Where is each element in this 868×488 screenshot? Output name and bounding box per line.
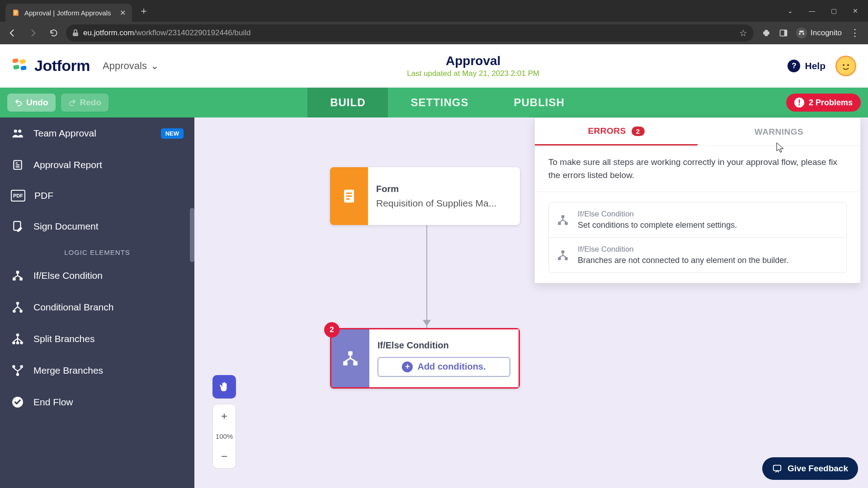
svg-rect-33 — [343, 361, 348, 366]
bookmark-star-icon[interactable]: ☆ — [739, 28, 747, 38]
problems-tab-warnings[interactable]: WARNINGS — [698, 118, 860, 145]
undo-label: Undo — [26, 98, 48, 108]
merge-icon — [11, 364, 24, 377]
help-button[interactable]: ? Help — [788, 60, 826, 72]
svg-point-20 — [16, 333, 19, 337]
address-bar[interactable]: eu.jotform.com/workflow/231402290192446/… — [66, 24, 754, 42]
branch-icon — [11, 269, 24, 282]
sidebar-item-pdf[interactable]: PDF PDF — [0, 181, 194, 211]
sidebar-item-end-flow[interactable]: End Flow — [0, 386, 194, 418]
tab-close-icon[interactable]: ✕ — [120, 9, 126, 17]
alert-icon: ! — [794, 98, 804, 108]
logo[interactable]: Jotform — [12, 57, 90, 75]
add-conditions-button[interactable]: + Add conditions. — [377, 357, 510, 377]
problems-description: To make sure all steps are working corre… — [535, 146, 860, 192]
browser-toolbar: eu.jotform.com/workflow/231402290192446/… — [0, 22, 868, 44]
new-badge: NEW — [161, 128, 184, 139]
sidebar-item-approval-report[interactable]: Approval Report — [0, 149, 194, 181]
split-icon — [11, 332, 24, 346]
svg-rect-36 — [558, 222, 561, 225]
svg-rect-4 — [19, 59, 26, 64]
problems-tab-errors[interactable]: ERRORS 2 — [535, 118, 698, 145]
zoom-out-button[interactable]: − — [213, 445, 236, 468]
tab-overflow-icon[interactable]: ⌄ — [786, 6, 795, 15]
node-form[interactable]: Form Requisition of Supplies Ma... — [330, 167, 520, 225]
svg-point-25 — [20, 365, 23, 368]
browser-menu-icon[interactable]: ⋮ — [850, 27, 860, 39]
incognito-icon — [796, 28, 807, 38]
svg-point-19 — [19, 310, 23, 313]
svg-point-23 — [20, 341, 23, 344]
feedback-label: Give Feedback — [788, 464, 848, 474]
svg-rect-38 — [561, 250, 565, 253]
tab-build[interactable]: BUILD — [307, 88, 388, 117]
svg-rect-16 — [19, 277, 23, 281]
help-icon: ? — [788, 60, 800, 72]
arrowhead-icon — [423, 320, 431, 326]
feedback-icon — [772, 464, 782, 474]
pan-tool-button[interactable] — [212, 375, 236, 399]
canvas[interactable]: Form Requisition of Supplies Ma... 2 If/… — [194, 117, 868, 488]
svg-point-18 — [13, 310, 16, 313]
sidebar-section-logic: LOGIC ELEMENTS — [0, 242, 194, 260]
browser-tab[interactable]: Approval | Jotform Approvals ✕ — [5, 4, 132, 22]
sidebar-item-label: Merge Branches — [33, 365, 103, 376]
redo-label: Redo — [80, 98, 102, 108]
sidebar-scrollbar[interactable] — [190, 208, 194, 262]
add-conditions-label: Add conditions. — [417, 361, 486, 372]
incognito-label: Incognito — [811, 28, 842, 38]
product-label: Approvals — [103, 60, 147, 72]
url-text: eu.jotform.com/workflow/231402290192446/… — [83, 28, 735, 38]
flow-connector — [426, 225, 427, 328]
svg-rect-2 — [784, 30, 787, 36]
tab-publish[interactable]: PUBLISH — [491, 88, 587, 117]
sidebar-item-split-branches[interactable]: Split Branches — [0, 323, 194, 355]
sidebar-item-merge-branches[interactable]: Merge Branches — [0, 355, 194, 386]
incognito-indicator[interactable]: Incognito — [796, 28, 842, 38]
svg-rect-37 — [565, 222, 568, 225]
svg-point-8 — [843, 64, 844, 66]
errors-tab-label: ERRORS — [588, 126, 626, 136]
product-dropdown[interactable]: Approvals ⌄ — [103, 60, 159, 72]
give-feedback-button[interactable]: Give Feedback — [762, 457, 858, 480]
sidebar-item-if-else[interactable]: If/Else Condition — [0, 260, 194, 291]
window-minimize-icon[interactable]: ― — [807, 6, 816, 15]
window-close-icon[interactable]: ✕ — [851, 6, 860, 15]
problem-item-message: Branches are not connected to any elemen… — [578, 256, 788, 265]
svg-point-24 — [12, 365, 15, 368]
sidebar-item-label: PDF — [34, 190, 53, 201]
side-panel-icon[interactable] — [779, 28, 788, 38]
redo-button[interactable]: Redo — [61, 94, 109, 112]
condition-icon — [557, 249, 569, 261]
sidebar-item-conditional-branch[interactable]: Conditional Branch — [0, 291, 194, 323]
problem-item[interactable]: If/Else Condition Branches are not conne… — [548, 238, 847, 273]
tab-title: Approval | Jotform Approvals — [24, 9, 115, 17]
svg-rect-35 — [561, 215, 565, 218]
sidebar: Team Approval NEW Approval Report PDF PD… — [0, 117, 194, 488]
tab-favicon — [12, 9, 20, 17]
error-count-badge: 2 — [324, 322, 340, 338]
errors-count-badge: 2 — [632, 127, 645, 136]
avatar[interactable] — [835, 56, 856, 76]
nav-back-button[interactable] — [4, 24, 21, 42]
node-if-else[interactable]: 2 If/Else Condition + Add conditions. — [330, 328, 520, 389]
nav-forward-button[interactable] — [24, 24, 42, 42]
sidebar-item-team-approval[interactable]: Team Approval NEW — [0, 117, 194, 149]
svg-rect-30 — [346, 195, 352, 197]
svg-rect-32 — [348, 351, 353, 356]
nav-reload-button[interactable] — [45, 24, 62, 42]
undo-button[interactable]: Undo — [7, 94, 56, 112]
sidebar-item-sign-document[interactable]: Sign Document — [0, 211, 194, 242]
extensions-icon[interactable] — [762, 28, 771, 38]
workspace: Team Approval NEW Approval Report PDF PD… — [0, 117, 868, 488]
help-label: Help — [805, 61, 826, 71]
svg-rect-6 — [20, 66, 27, 70]
problems-button[interactable]: ! 2 Problems — [786, 94, 861, 112]
zoom-in-button[interactable]: + — [213, 404, 236, 428]
tab-settings[interactable]: SETTINGS — [388, 88, 491, 117]
problem-item[interactable]: If/Else Condition Set conditions to comp… — [548, 202, 847, 238]
workflow-title[interactable]: Approval — [159, 54, 788, 68]
plus-icon: + — [402, 361, 413, 372]
new-tab-button[interactable]: ＋ — [137, 5, 150, 17]
window-maximize-icon[interactable]: ▢ — [829, 6, 838, 15]
